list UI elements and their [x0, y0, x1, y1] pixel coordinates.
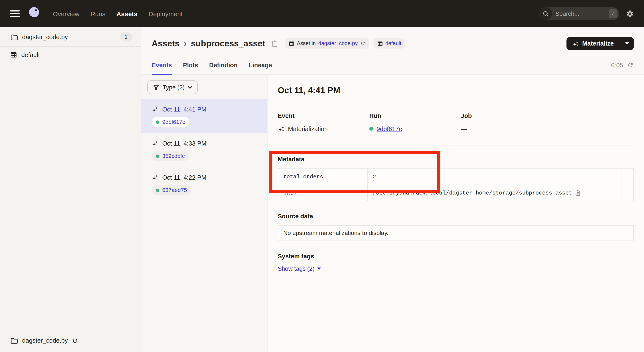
hamburger-menu-icon[interactable] [10, 10, 20, 17]
code-location-sidebar: dagster_code.py 1 default dagster_code.p… [0, 27, 142, 352]
metadata-value: /Users/yuhan/dev/local/dagster_home/stor… [368, 185, 621, 201]
run-id-link[interactable]: 9dbf617e [376, 125, 402, 132]
reload-icon[interactable] [360, 41, 365, 46]
event-info-grid: Event Materialization Run 9dbf617e [278, 112, 634, 134]
event-timestamp: Oct 11, 4:33 PM [162, 140, 206, 147]
metadata-extra-cell [621, 185, 633, 201]
code-location-link[interactable]: dagster_code.py [318, 40, 358, 46]
source-data-empty-message: No upstream materializations to display. [283, 229, 388, 236]
run-status-dot [156, 120, 159, 124]
chevron-down-icon [188, 86, 192, 89]
materialize-split-button: Materialize [566, 37, 634, 50]
nav-item-overview[interactable]: Overview [53, 10, 80, 17]
dagster-app-window: Overview Runs Assets Deployment / dagste… [0, 0, 644, 352]
run-id: 9dbf617e [162, 119, 185, 125]
run-status-dot [156, 188, 159, 192]
nav-item-assets[interactable]: Assets [116, 10, 137, 17]
event-list-item[interactable]: Oct 11, 4:33 PM 359cdbfc [142, 133, 267, 167]
metadata-table: total_orders 2 path /Users/yuhan/dev/loc… [278, 168, 634, 201]
nav-item-runs[interactable]: Runs [90, 10, 106, 17]
search-shortcut-badge: / [609, 9, 617, 18]
sidebar-item-default-group[interactable]: default [0, 47, 141, 63]
metadata-extra-cell [621, 169, 633, 185]
group-name: default [21, 51, 40, 58]
funnel-icon [153, 84, 159, 90]
breadcrumb-separator: › [184, 38, 186, 48]
copy-asset-name-icon[interactable] [271, 40, 278, 47]
asset-tabs: Events Plots Definition Lineage 0:05 [142, 55, 644, 75]
tag-prefix: Asset in [297, 40, 316, 46]
event-detail-title: Oct 11, 4:41 PM [278, 85, 634, 95]
asset-group-icon [10, 51, 17, 58]
refresh-countdown[interactable]: 0:05 [611, 61, 634, 68]
materialize-button[interactable]: Materialize [566, 37, 620, 50]
materialize-dropdown-button[interactable] [620, 37, 634, 50]
search-icon [539, 7, 552, 20]
grid-icon [289, 41, 294, 46]
caret-down-icon [318, 267, 321, 270]
asset-in-code-location-tag[interactable]: Asset in dagster_code.py [285, 38, 369, 48]
group-link[interactable]: default [385, 40, 401, 46]
tab-events[interactable]: Events [152, 55, 172, 74]
countdown-value: 0:05 [611, 61, 623, 68]
refresh-icon[interactable] [627, 61, 634, 68]
primary-nav: Overview Runs Assets Deployment [53, 10, 183, 17]
type-filter-button[interactable]: Type (2) [147, 80, 198, 94]
nav-item-deployment[interactable]: Deployment [149, 10, 183, 17]
source-data-empty-box: No upstream materializations to display. [278, 225, 634, 241]
gear-icon[interactable] [626, 10, 634, 17]
event-detail-panel: Oct 11, 4:41 PM Event Materialization Ru… [268, 75, 644, 352]
breadcrumb-assets-link[interactable]: Assets [152, 38, 180, 48]
filter-label: Type (2) [163, 84, 185, 91]
materialize-label: Materialize [582, 40, 614, 47]
job-column-label: Job [461, 112, 552, 120]
metadata-key: path [278, 185, 368, 201]
materialization-sparkle-icon [152, 140, 158, 147]
global-search[interactable]: / [539, 7, 619, 20]
source-data-heading: Source data [278, 212, 634, 220]
run-id-pill[interactable]: 637aed75 [152, 185, 191, 195]
copy-path-icon[interactable] [575, 190, 580, 196]
page-header: Assets › subprocess_asset Asset in dagst… [142, 27, 644, 55]
sidebar-code-location-header[interactable]: dagster_code.py 1 [0, 27, 141, 47]
search-input[interactable] [552, 10, 609, 17]
reload-icon[interactable] [72, 337, 78, 344]
tab-plots[interactable]: Plots [183, 55, 198, 74]
tab-definition[interactable]: Definition [209, 55, 238, 74]
header-tags: Asset in dagster_code.py default [285, 38, 405, 48]
materialization-sparkle-icon [278, 125, 284, 132]
divider [278, 104, 634, 104]
event-timestamp: Oct 11, 4:41 PM [162, 106, 206, 113]
metadata-value: 2 [368, 169, 621, 185]
materialization-sparkle-icon [152, 106, 158, 113]
run-id: 637aed75 [162, 187, 187, 193]
path-link[interactable]: /Users/yuhan/dev/local/dagster_home/stor… [373, 190, 572, 196]
page-title: subprocess_asset [191, 38, 265, 48]
system-tags-heading: System tags [278, 252, 634, 260]
metadata-heading: Metadata [278, 155, 634, 163]
asset-count-badge: 1 [120, 32, 132, 41]
run-id: 359cdbfc [162, 153, 185, 159]
event-timestamp: Oct 11, 4:22 PM [162, 174, 206, 181]
metadata-key: total_orders [278, 169, 368, 185]
sidebar-footer-code-location[interactable]: dagster_code.py [0, 329, 141, 352]
dagster-logo[interactable] [26, 5, 42, 22]
run-column-label: Run [369, 112, 461, 120]
run-id-pill[interactable]: 359cdbfc [152, 151, 189, 161]
grid-icon [377, 41, 383, 46]
group-tag[interactable]: default [373, 38, 405, 48]
caret-down-icon [625, 42, 629, 45]
event-type-value: Materialization [288, 125, 328, 132]
event-list-item[interactable]: Oct 11, 4:22 PM 637aed75 [142, 167, 267, 201]
event-column-label: Event [278, 112, 369, 120]
run-id-pill[interactable]: 9dbf617e [152, 117, 190, 127]
show-tags-toggle[interactable]: Show tags (2) [278, 265, 321, 272]
materialization-sparkle-icon [152, 174, 158, 181]
event-list-item[interactable]: Oct 11, 4:41 PM 9dbf617e [142, 99, 267, 133]
folder-icon [10, 33, 18, 41]
run-status-dot [369, 127, 373, 131]
job-value: — [461, 125, 467, 132]
tab-lineage[interactable]: Lineage [249, 55, 272, 74]
code-location-name: dagster_code.py [22, 33, 68, 40]
breadcrumb: Assets › subprocess_asset [152, 38, 278, 48]
